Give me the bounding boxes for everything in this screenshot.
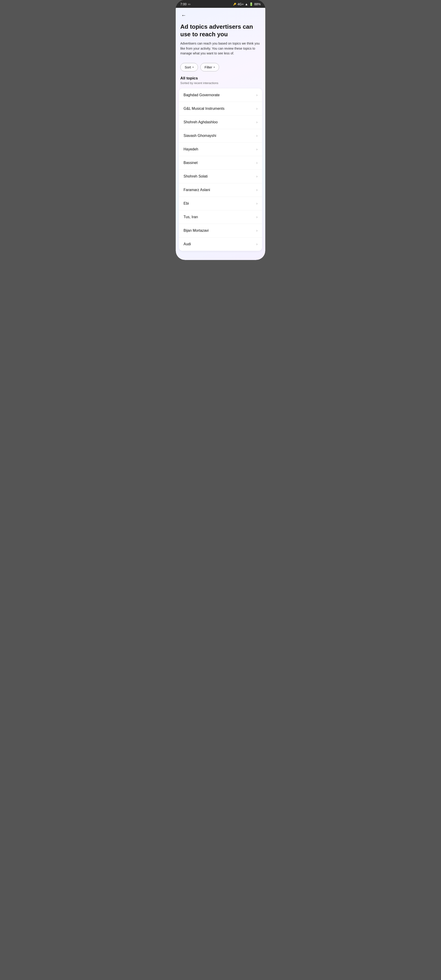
section-header: All topics Sorted by recent interactions <box>176 74 265 86</box>
section-title: All topics <box>180 76 261 81</box>
filter-chevron-icon: ▾ <box>213 66 215 68</box>
topic-chevron-icon: › <box>256 147 258 151</box>
topic-name: Bijan Mortazavi <box>183 229 209 233</box>
topic-item[interactable]: Bijan Mortazavi› <box>179 224 262 237</box>
page-title: Ad topics advertisers can use to reach y… <box>180 23 261 38</box>
topic-name: Audi <box>183 242 191 246</box>
sort-chevron-icon: ▾ <box>193 66 194 68</box>
topic-chevron-icon: › <box>256 107 258 111</box>
topics-list: Baghdad Governorate›G&L Musical Instrume… <box>179 88 262 251</box>
filter-label: Filter <box>205 65 212 69</box>
app-content: ← Ad topics advertisers can use to reach… <box>176 8 265 260</box>
section-subtitle: Sorted by recent interactions <box>180 81 261 85</box>
sim-icon: ▭ <box>188 3 190 6</box>
topic-chevron-icon: › <box>256 201 258 205</box>
topic-name: Faramarz Aslani <box>183 188 210 192</box>
topic-chevron-icon: › <box>256 134 258 138</box>
filter-button[interactable]: Filter ▾ <box>200 63 219 72</box>
topic-item[interactable]: Shohreh Aghdashloo› <box>179 116 262 129</box>
topic-name: Ebi <box>183 201 189 205</box>
battery-icon: 🔋 <box>249 2 253 6</box>
topic-name: Baghdad Governorate <box>183 93 220 97</box>
topic-item[interactable]: Siavash Ghomayshi› <box>179 129 262 143</box>
vpn-icon: 🔑 <box>233 3 236 6</box>
battery-level: 88% <box>254 2 261 6</box>
topic-name: Shohreh Solati <box>183 174 208 178</box>
topic-name: G&L Musical Instruments <box>183 107 224 111</box>
back-button[interactable]: ← <box>180 11 187 19</box>
topic-chevron-icon: › <box>256 242 258 246</box>
topic-item[interactable]: Tus, Iran› <box>179 210 262 224</box>
topic-item[interactable]: Faramarz Aslani› <box>179 183 262 197</box>
topic-chevron-icon: › <box>256 215 258 219</box>
topic-item[interactable]: Ebi› <box>179 197 262 210</box>
topic-name: Siavash Ghomayshi <box>183 134 216 138</box>
topic-name: Bassinet <box>183 161 197 165</box>
page-header: Ad topics advertisers can use to reach y… <box>176 21 265 60</box>
topic-item[interactable]: Bassinet› <box>179 156 262 170</box>
status-bar: 7:00 ▭ 🔑 4G+ ▲ 🔋 88% <box>176 0 265 8</box>
network-label: 4G+ <box>237 2 244 6</box>
topic-item[interactable]: Audi› <box>179 237 262 251</box>
topic-name: Tus, Iran <box>183 215 198 219</box>
topic-name: Hayedeh <box>183 147 198 151</box>
status-bar-left: 7:00 ▭ <box>180 2 190 6</box>
sort-label: Sort <box>185 65 191 69</box>
topic-chevron-icon: › <box>256 229 258 233</box>
phone-frame: 7:00 ▭ 🔑 4G+ ▲ 🔋 88% ← Ad topics adverti… <box>176 0 265 260</box>
topic-item[interactable]: Shohreh Solati› <box>179 170 262 183</box>
signal-icon: ▲ <box>245 2 248 6</box>
topic-chevron-icon: › <box>256 188 258 192</box>
status-bar-right: 🔑 4G+ ▲ 🔋 88% <box>233 2 261 6</box>
topic-chevron-icon: › <box>256 174 258 178</box>
sort-button[interactable]: Sort ▾ <box>180 63 198 72</box>
topic-chevron-icon: › <box>256 161 258 165</box>
top-nav: ← <box>176 8 265 21</box>
controls-bar: Sort ▾ Filter ▾ <box>176 60 265 74</box>
topic-name: Shohreh Aghdashloo <box>183 120 218 124</box>
topic-item[interactable]: Hayedeh› <box>179 143 262 156</box>
page-description: Advertisers can reach you based on topic… <box>180 41 261 56</box>
back-arrow-icon: ← <box>181 13 186 18</box>
topic-chevron-icon: › <box>256 93 258 97</box>
topic-chevron-icon: › <box>256 120 258 124</box>
topic-item[interactable]: Baghdad Governorate› <box>179 88 262 102</box>
topic-item[interactable]: G&L Musical Instruments› <box>179 102 262 116</box>
time-display: 7:00 <box>180 2 186 6</box>
